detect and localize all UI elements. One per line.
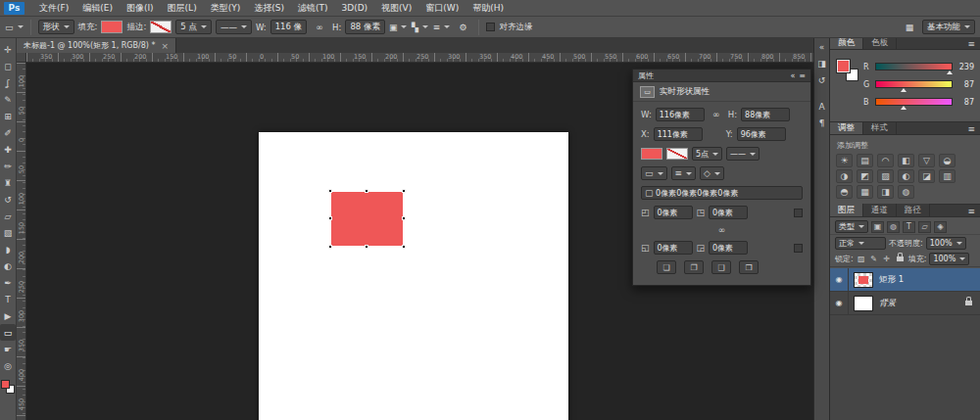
transform-handle-bottom-middle[interactable] [365,245,368,249]
link-radii-icon[interactable]: ∞ [714,225,730,235]
foreground-color-chip[interactable] [1,380,10,389]
stroke-corners-select[interactable]: ◇ [700,166,724,180]
foreground-color-swatch[interactable] [837,60,850,72]
prop-stroke-style-select[interactable]: —— [726,147,760,161]
radius-top-left-field[interactable]: 0像素 [654,206,693,219]
rectangle-shape-layer[interactable] [331,192,403,246]
red-slider-thumb[interactable] [947,70,953,74]
shape-height-field[interactable]: 88 像素 [345,20,385,34]
tool-mode-select[interactable]: 形状 [38,20,74,34]
opacity-field[interactable]: 100% [926,237,966,250]
tab-layers[interactable]: 图层 [830,204,863,216]
pathfinder-button-4[interactable]: ❒ [739,260,759,274]
color-lookup-icon[interactable]: ◪ [918,169,935,183]
document-tab[interactable]: 未标题-1 @ 100%(矩形 1, RGB/8) * × [17,38,176,53]
history-panel-icon[interactable]: ↺ [814,72,829,87]
zoom-tool[interactable]: ◎ [0,357,16,374]
red-slider[interactable] [875,63,953,70]
close-tab-icon[interactable]: × [161,41,169,51]
layer-filter-kind-select[interactable]: 类型 [835,220,868,233]
shape-settings-gear-button[interactable]: ⚙ [454,20,471,35]
link-wh-icon[interactable]: ∞ [709,110,724,119]
menu-help[interactable]: 帮助(H) [466,0,511,17]
hand-tool[interactable]: ☛ [0,341,16,357]
dodge-tool[interactable]: ◐ [0,257,16,274]
color-panel-swatches[interactable] [837,60,858,81]
character-panel-icon[interactable]: A [814,99,829,114]
radius-checkbox[interactable] [794,209,803,217]
stroke-style-select[interactable]: —— [216,20,252,34]
visibility-eye-icon[interactable]: ◉ [830,292,849,314]
brush-tool[interactable]: ✏ [0,158,16,174]
prop-y-field[interactable]: 96像素 [737,127,786,141]
transform-handle-top-left[interactable] [328,189,332,193]
threshold-icon[interactable]: ▦ [857,185,873,199]
paragraph-panel-icon[interactable]: ¶ [814,116,829,130]
brightness-contrast-icon[interactable]: ☀ [836,154,853,167]
blend-mode-select[interactable]: 正常 [835,237,886,250]
eraser-tool[interactable]: ▱ [0,208,16,224]
prop-stroke-width-select[interactable]: 5点 [692,147,722,161]
tab-paths[interactable]: 路径 [897,204,930,216]
rectangular-marquee-tool[interactable]: ◻ [0,58,16,74]
channel-mixer-icon[interactable]: ◐ [898,169,914,183]
foreground-background-colors[interactable] [1,380,15,394]
menu-select[interactable]: 选择(S) [247,0,291,17]
spot-healing-brush-tool[interactable]: ✚ [0,141,16,158]
pen-tool[interactable]: ✒ [0,274,16,291]
document-page[interactable] [259,132,568,420]
photo-filter-icon[interactable]: ▨ [877,169,894,183]
hue-saturation-icon[interactable]: ◒ [939,154,956,167]
path-arrangement-button[interactable]: ≡ [432,20,450,35]
shape-width-field[interactable]: 116 像 [270,20,307,34]
workspace-switcher-button[interactable]: 基本功能 [922,20,975,34]
prop-width-field[interactable]: 116像素 [656,108,705,121]
history-brush-tool[interactable]: ↺ [0,191,16,208]
filter-type-layers-icon[interactable]: T [903,221,915,233]
expand-dock-icon[interactable]: « [814,39,829,54]
menu-filter[interactable]: 滤镜(T) [291,0,335,17]
gradient-map-icon[interactable]: ◨ [877,185,894,199]
fill-color-swatch[interactable] [101,21,122,33]
link-dimensions-icon[interactable]: ∞ [311,20,328,35]
lock-transparency-icon[interactable]: ▨ [857,255,866,263]
properties-panel-titlebar[interactable]: 属性 « ≡ [633,70,810,82]
pathfinder-button-1[interactable]: ❏ [657,260,676,274]
transform-handle-bottom-left[interactable] [328,245,332,249]
prop-x-field[interactable]: 111像素 [654,127,703,141]
levels-icon[interactable]: ▤ [857,154,873,167]
stroke-color-swatch[interactable] [150,21,172,33]
exposure-icon[interactable]: ◧ [898,154,914,167]
blur-tool[interactable]: ◗ [0,241,16,257]
filter-pixel-layers-icon[interactable]: ▣ [871,221,884,233]
stroke-align-select[interactable]: ▭ [641,166,667,180]
menu-edit[interactable]: 编辑(E) [75,0,120,17]
layer-row-rectangle-1[interactable]: ◉ 矩形 1 [830,268,980,292]
move-tool[interactable]: ✛ [0,41,16,58]
adjustments-panel-menu-icon[interactable]: ≡ [967,124,980,134]
path-selection-tool[interactable]: ▶ [0,307,16,324]
align-edges-checkbox[interactable] [486,23,495,31]
lock-all-icon[interactable] [897,257,904,261]
green-slider[interactable] [875,80,953,88]
layers-panel-menu-icon[interactable]: ≡ [967,207,980,216]
posterize-icon[interactable]: ◓ [836,185,853,199]
color-balance-icon[interactable]: ◑ [836,169,853,183]
menu-type[interactable]: 类型(Y) [204,0,248,17]
color-panel-menu-icon[interactable]: ≡ [967,39,980,49]
visibility-eye-icon[interactable]: ◉ [830,268,849,291]
transform-handle-middle-right[interactable] [402,216,406,220]
path-alignment-button[interactable]: ▚ [411,20,428,35]
radius-top-right-field[interactable]: 0像素 [709,206,748,219]
tab-channels[interactable]: 通道 [863,204,897,216]
collapse-panel-icon[interactable]: « [790,71,795,80]
vertical-ruler[interactable]: 100 50 0 50 100 150 200 250 300 350 400 … [17,63,26,420]
selective-color-icon[interactable]: ◍ [898,185,914,199]
filter-adjustment-layers-icon[interactable]: ◍ [887,221,900,233]
path-operations-button[interactable]: ▣ [389,20,408,35]
lasso-tool[interactable]: ʆ [0,74,16,91]
stroke-caps-select[interactable]: ≡ [671,166,697,180]
radius-bottom-left-field[interactable]: 0像素 [654,241,693,255]
transform-handle-top-middle[interactable] [365,189,368,193]
menu-3d[interactable]: 3D(D) [334,0,374,17]
